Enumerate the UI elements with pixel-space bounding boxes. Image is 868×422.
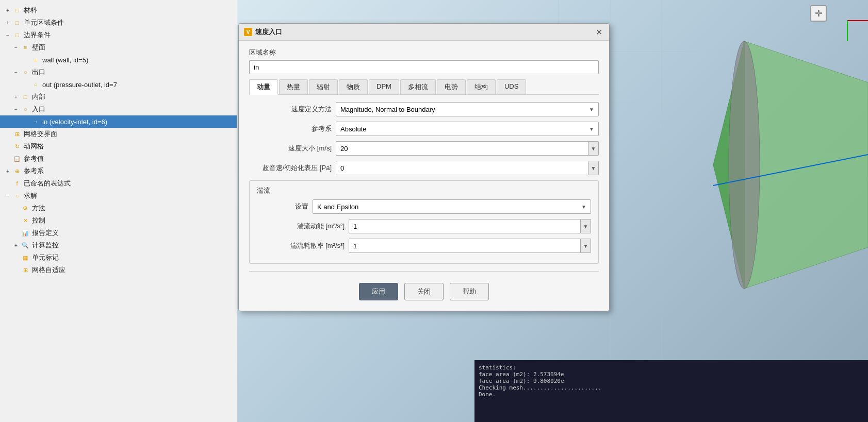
turbulence-dis-input-group: ▼	[349, 239, 591, 253]
tree-item-19[interactable]: +🔍计算监控	[0, 239, 237, 251]
tree-icon-1: □	[12, 18, 22, 27]
tab-结构[interactable]: 结构	[467, 79, 496, 94]
turbulence-ke-dropdown-btn[interactable]: ▼	[581, 219, 591, 233]
tree-item-17[interactable]: ✕控制	[0, 214, 237, 227]
velocity-def-arrow: ▼	[589, 107, 594, 112]
tree-label-17: 控制	[32, 216, 45, 225]
turbulence-dis-control: ▼	[349, 239, 591, 253]
tree-item-9[interactable]: →in (velocity-inlet, id=6)	[0, 115, 237, 128]
tree-label-11: 动网格	[24, 142, 44, 151]
turbulence-ke-control: ▼	[349, 219, 591, 233]
tab-动量[interactable]: 动量	[249, 79, 278, 95]
apply-button[interactable]: 应用	[359, 283, 398, 300]
tree-toggle-7[interactable]: +	[12, 93, 20, 100]
tree-icon-12: 📋	[12, 154, 22, 163]
turbulence-setting-arrow: ▼	[581, 204, 586, 210]
tree-item-6[interactable]: ○out (pressure-outlet, id=7	[0, 78, 237, 91]
tree-item-18[interactable]: 📊报告定义	[0, 227, 237, 239]
velocity-def-select[interactable]: Magnitude, Normal to Boundary ▼	[336, 102, 599, 116]
tree-item-15[interactable]: −○求解	[0, 190, 237, 202]
tree-toggle-20	[12, 254, 20, 261]
tree-label-7: 内部	[32, 92, 45, 102]
tab-辐射[interactable]: 辐射	[309, 79, 338, 94]
tree-toggle-0[interactable]: +	[4, 7, 11, 14]
turbulence-dis-input[interactable]	[349, 239, 581, 253]
tree-label-1: 单元区域条件	[24, 18, 64, 27]
tab-DPM[interactable]: DPM	[369, 79, 399, 94]
tree-item-16[interactable]: ⚙方法	[0, 202, 237, 214]
tree-icon-18: 📊	[21, 228, 30, 238]
tree-toggle-8[interactable]: −	[12, 106, 20, 113]
tree-icon-9: →	[31, 117, 40, 126]
close-button-bottom[interactable]: 关闭	[404, 283, 444, 300]
tree-label-5: 出口	[32, 67, 45, 77]
tab-多相流[interactable]: 多相流	[400, 79, 436, 94]
zone-name-input[interactable]	[249, 60, 599, 74]
tree-icon-21: ⊞	[21, 265, 30, 275]
tree-toggle-19[interactable]: +	[12, 242, 20, 249]
velocity-magnitude-dropdown-btn[interactable]: ▼	[588, 141, 599, 156]
reference-frame-select[interactable]: Absolute ▼	[336, 122, 599, 136]
supersonic-dropdown-btn[interactable]: ▼	[588, 161, 599, 175]
tree-item-0[interactable]: +□材料	[0, 4, 237, 16]
dialog-title: 速度入口	[255, 27, 594, 37]
tree-icon-15: ○	[12, 191, 22, 200]
tree-label-10: 网格交界面	[24, 129, 57, 139]
tree-item-21[interactable]: ⊞网格自适应	[0, 264, 237, 276]
velocity-magnitude-label: 速度大小 [m/s]	[249, 144, 332, 153]
tree-toggle-5[interactable]: −	[12, 69, 20, 76]
tree-item-5[interactable]: −○出口	[0, 66, 237, 78]
tree-toggle-15[interactable]: −	[4, 192, 11, 199]
tree-item-20[interactable]: ▦单元标记	[0, 251, 237, 264]
turbulence-setting-row: 设置 K and Epsilon ▼	[257, 199, 591, 214]
tree-toggle-17	[12, 217, 20, 224]
supersonic-input-group: ▼	[336, 161, 599, 175]
turbulence-ke-label: 湍流动能 [m²/s²]	[257, 222, 345, 231]
tree-toggle-13[interactable]: +	[4, 167, 11, 175]
tab-物质[interactable]: 物质	[339, 79, 368, 94]
turbulence-ke-input[interactable]	[349, 219, 581, 233]
dialog-titlebar: V 速度入口 ✕	[239, 24, 609, 41]
tree-item-4[interactable]: ≡wall (wall, id=5)	[0, 54, 237, 66]
supersonic-label: 超音速/初始化表压 [Pa]	[249, 163, 332, 173]
tree-item-14[interactable]: f已命名的表达式	[0, 177, 237, 190]
tree-label-19: 计算监控	[32, 241, 59, 250]
tab-UDS[interactable]: UDS	[497, 79, 526, 94]
tree-label-0: 材料	[24, 6, 37, 15]
supersonic-control: ▼	[336, 161, 599, 175]
tree-icon-5: ○	[21, 67, 30, 77]
svg-point-8	[729, 41, 760, 289]
tree-item-1[interactable]: +□单元区域条件	[0, 16, 237, 29]
tree-toggle-21	[12, 266, 20, 274]
turbulence-ke-input-group: ▼	[349, 219, 591, 233]
console-line-2: face area (m2): 2.573694e	[479, 371, 864, 378]
tree-toggle-4	[23, 56, 30, 63]
help-button[interactable]: 帮助	[450, 283, 489, 300]
tree-label-21: 网格自适应	[32, 265, 65, 275]
tree-item-2[interactable]: −□边界条件	[0, 29, 237, 41]
tree-item-7[interactable]: +□内部	[0, 91, 237, 103]
tree-toggle-2[interactable]: −	[4, 31, 11, 39]
velocity-magnitude-input-group: ▼	[336, 141, 599, 156]
tree-item-3[interactable]: −≡壁面	[0, 41, 237, 54]
tree-icon-2: □	[12, 30, 22, 40]
tree-item-12[interactable]: 📋参考值	[0, 153, 237, 165]
turbulence-setting-select[interactable]: K and Epsilon ▼	[313, 199, 591, 214]
reference-frame-label: 参考系	[249, 124, 332, 133]
tree-toggle-3[interactable]: −	[12, 44, 20, 51]
tree-item-8[interactable]: −○入口	[0, 103, 237, 115]
close-button[interactable]: ✕	[594, 27, 604, 37]
reference-frame-control: Absolute ▼	[336, 122, 599, 136]
tab-电势[interactable]: 电势	[437, 79, 466, 94]
tree-item-11[interactable]: ↻动网格	[0, 140, 237, 153]
turbulence-dis-dropdown-btn[interactable]: ▼	[581, 239, 591, 253]
supersonic-input[interactable]	[336, 161, 588, 175]
console-line-5: Done.	[479, 391, 864, 398]
tree-toggle-1[interactable]: +	[4, 19, 11, 26]
tree-item-13[interactable]: +⊕参考系	[0, 165, 237, 177]
tree-item-10[interactable]: ⊞网格交界面	[0, 128, 237, 140]
velocity-magnitude-input[interactable]	[336, 141, 588, 156]
velocity-def-value: Magnitude, Normal to Boundary	[340, 106, 435, 113]
tree-icon-19: 🔍	[21, 241, 30, 250]
tab-热量[interactable]: 热量	[279, 79, 308, 94]
